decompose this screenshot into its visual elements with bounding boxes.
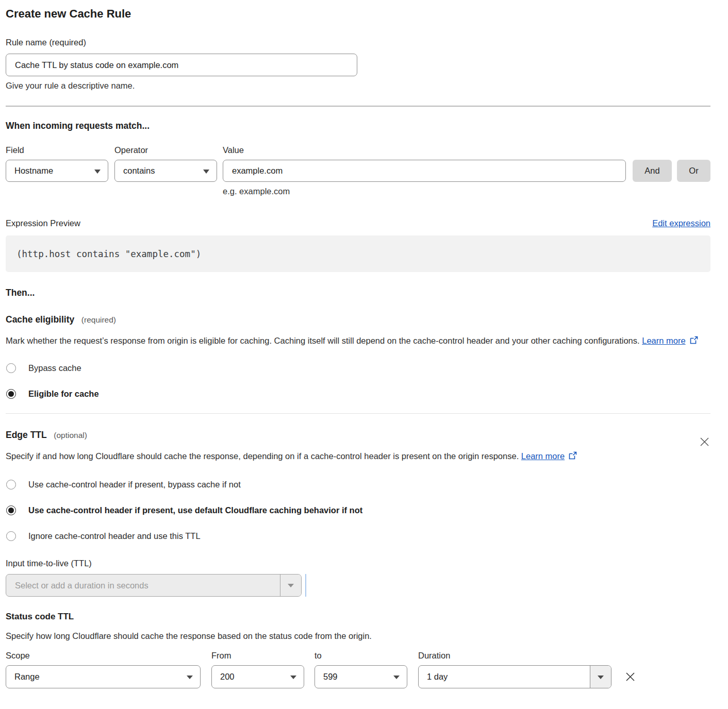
section-divider [6, 106, 710, 107]
chevron-down-icon [94, 170, 101, 174]
chevron-down-icon[interactable] [590, 666, 611, 688]
remove-row-icon[interactable] [625, 671, 636, 682]
external-link-icon [689, 334, 698, 349]
rule-name-input[interactable] [6, 54, 357, 76]
cache-eligibility-description-text: Mark whether the request’s response from… [6, 336, 640, 345]
ttl-duration-select[interactable]: Select or add a duration in seconds [6, 574, 302, 597]
duration-select[interactable]: 1 day [418, 665, 611, 688]
scope-select[interactable]: Range [6, 665, 201, 688]
radio-label: Eligible for cache [28, 389, 99, 399]
scope-label: Scope [6, 651, 201, 661]
radio-icon [6, 531, 16, 541]
radio-label: Use cache-control header if present, byp… [28, 480, 241, 489]
edge-ttl-section: Edge TTL (optional) Specify if and how l… [6, 430, 710, 597]
status-code-ttl-description: Specify how long Cloudflare should cache… [6, 629, 710, 643]
rule-name-label: Rule name (required) [6, 38, 710, 47]
match-controls-row: Hostname contains And Or [6, 160, 710, 182]
status-code-controls-row: Range 200 599 1 day [6, 665, 710, 688]
operator-label: Operator [114, 145, 217, 155]
radio-label: Ignore cache-control header and use this… [28, 531, 201, 541]
from-select-value: 200 [220, 672, 235, 682]
or-button[interactable]: Or [677, 160, 710, 182]
edge-ttl-heading: Edge TTL [6, 430, 47, 440]
cache-eligibility-heading-row: Cache eligibility (required) [6, 314, 710, 325]
expression-preview-label: Expression Preview [6, 218, 80, 228]
status-code-labels-row: Scope From to Duration [6, 651, 710, 661]
radio-use-header-default[interactable]: Use cache-control header if present, use… [6, 505, 710, 515]
from-select[interactable]: 200 [211, 665, 304, 688]
cache-eligibility-description: Mark whether the request’s response from… [6, 333, 699, 349]
expression-code: (http.host contains "example.com") [16, 249, 201, 259]
field-label: Field [6, 145, 108, 155]
chevron-down-icon[interactable] [280, 575, 301, 596]
match-heading: When incoming requests match... [6, 121, 710, 131]
chevron-down-icon [393, 676, 400, 679]
chevron-down-icon [203, 170, 209, 174]
rule-name-helper: Give your rule a descriptive name. [6, 81, 710, 91]
cache-eligibility-learn-more-link[interactable]: Learn more [642, 336, 685, 345]
ttl-select-placeholder: Select or add a duration in seconds [6, 575, 280, 596]
external-link-icon [568, 450, 577, 464]
then-heading: Then... [6, 288, 710, 298]
ttl-input-label: Input time-to-live (TTL) [6, 559, 710, 568]
operator-select-value: contains [123, 166, 155, 176]
from-label: From [211, 651, 304, 661]
section-divider [6, 413, 710, 414]
status-code-ttl-heading: Status code TTL [6, 612, 710, 622]
cache-eligibility-qualifier: (required) [81, 315, 116, 324]
chevron-down-icon [290, 676, 296, 679]
radio-eligible-for-cache[interactable]: Eligible for cache [6, 389, 710, 399]
radio-icon [6, 480, 16, 489]
edge-ttl-learn-more-link[interactable]: Learn more [521, 451, 565, 461]
field-select-value: Hostname [14, 166, 53, 176]
edit-expression-link[interactable]: Edit expression [652, 218, 710, 228]
field-select[interactable]: Hostname [6, 160, 108, 182]
and-button[interactable]: And [633, 160, 672, 182]
radio-selected-icon [6, 505, 16, 515]
value-helper: e.g. example.com [223, 187, 710, 196]
radio-icon [6, 363, 16, 373]
expression-header: Expression Preview Edit expression [6, 218, 710, 228]
text-cursor [305, 574, 306, 597]
match-labels-row: Field Operator Value [6, 145, 710, 155]
radio-use-header-bypass[interactable]: Use cache-control header if present, byp… [6, 480, 710, 489]
expression-code-block: (http.host contains "example.com") [6, 235, 710, 272]
page-title: Create new Cache Rule [6, 7, 710, 21]
scope-select-value: Range [14, 672, 40, 682]
create-cache-rule-form: Create new Cache Rule Rule name (require… [0, 0, 728, 688]
edge-ttl-description-text: Specify if and how long Cloudflare shoul… [6, 451, 519, 461]
edge-ttl-qualifier: (optional) [54, 431, 87, 440]
to-select[interactable]: 599 [315, 665, 407, 688]
chevron-down-icon [187, 676, 193, 679]
radio-bypass-cache[interactable]: Bypass cache [6, 363, 710, 373]
operator-select[interactable]: contains [114, 160, 217, 182]
radio-ignore-header-ttl[interactable]: Ignore cache-control header and use this… [6, 531, 710, 541]
cache-eligibility-heading: Cache eligibility [6, 314, 74, 325]
close-icon[interactable] [700, 437, 709, 447]
radio-label: Use cache-control header if present, use… [28, 505, 362, 515]
duration-label: Duration [418, 651, 450, 661]
edge-ttl-description: Specify if and how long Cloudflare shoul… [6, 449, 583, 464]
radio-selected-icon [6, 389, 16, 399]
value-input[interactable] [223, 160, 626, 182]
ttl-input-row: Select or add a duration in seconds [6, 568, 710, 597]
to-select-value: 599 [323, 672, 338, 682]
edge-ttl-heading-row: Edge TTL (optional) [6, 430, 710, 441]
duration-select-value: 1 day [419, 666, 590, 688]
to-label: to [315, 651, 407, 661]
value-label: Value [223, 145, 244, 155]
radio-label: Bypass cache [28, 363, 81, 373]
